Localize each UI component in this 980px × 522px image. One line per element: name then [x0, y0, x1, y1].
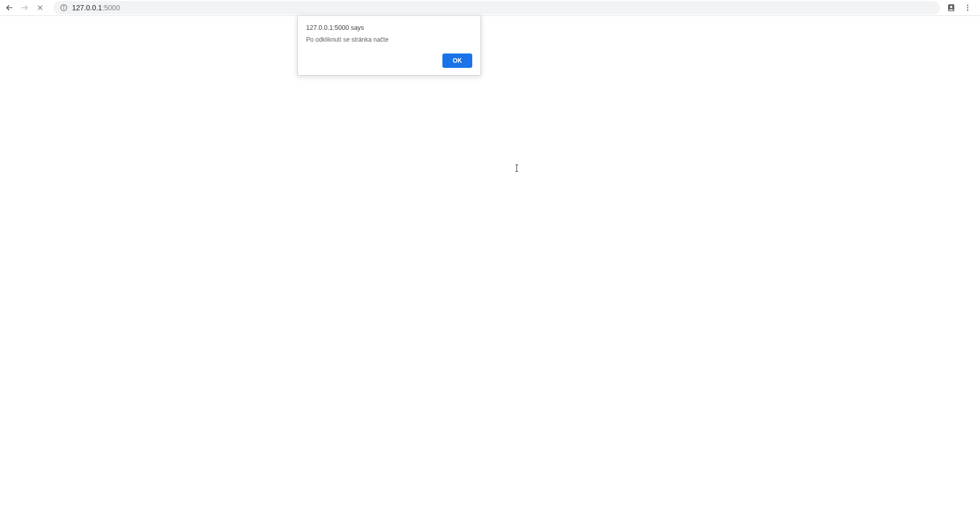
dialog-title: 127.0.0.1:5000 says [306, 24, 472, 31]
menu-button[interactable] [960, 1, 975, 15]
arrow-right-icon [20, 3, 29, 12]
nav-buttons [2, 1, 47, 15]
site-info-icon[interactable] [60, 4, 68, 12]
dialog-actions: OK [306, 53, 472, 68]
svg-point-6 [64, 6, 64, 7]
text-cursor-icon [516, 165, 517, 172]
close-icon [37, 4, 44, 11]
dialog-message: Po odkliknutí se stránka načte [306, 36, 472, 43]
toolbar-right [944, 1, 978, 15]
info-icon [60, 4, 67, 11]
alert-dialog: 127.0.0.1:5000 says Po odkliknutí se str… [297, 15, 481, 76]
back-button[interactable] [2, 1, 16, 15]
arrow-left-icon [5, 3, 14, 12]
profile-icon [947, 3, 956, 12]
address-bar[interactable]: 127.0.0.1 :5000 [54, 1, 940, 14]
svg-point-10 [967, 7, 969, 9]
profile-button[interactable] [944, 1, 958, 15]
svg-point-8 [950, 6, 953, 8]
ok-button[interactable]: OK [442, 53, 472, 68]
svg-point-9 [967, 5, 969, 6]
kebab-icon [964, 4, 972, 12]
svg-point-11 [967, 9, 969, 11]
url-port: :5000 [102, 4, 120, 12]
browser-toolbar: 127.0.0.1 :5000 [0, 0, 980, 16]
forward-button[interactable] [17, 1, 32, 15]
url-host: 127.0.0.1 [72, 4, 102, 12]
stop-button[interactable] [33, 1, 47, 15]
